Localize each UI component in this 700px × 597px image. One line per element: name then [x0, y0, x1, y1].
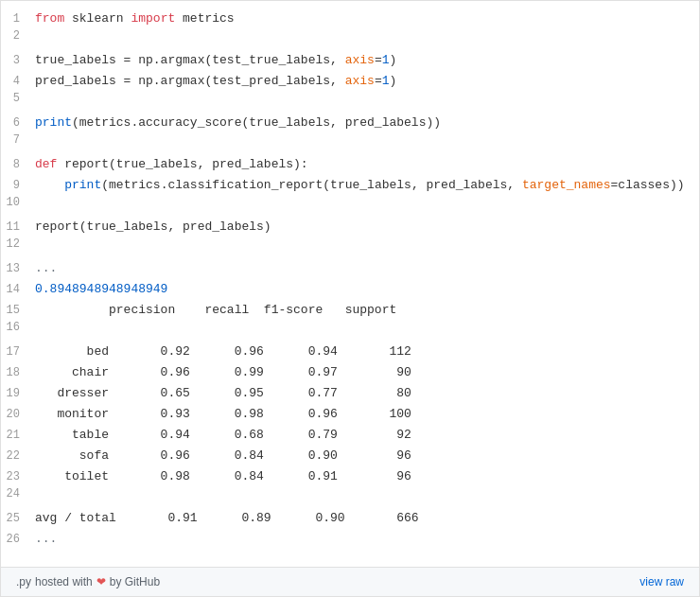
code-line: 3true_labels = np.argmax(test_true_label… [1, 50, 699, 71]
line-number: 13 [1, 262, 35, 275]
code-line: 18 chair 0.96 0.99 0.97 90 [1, 362, 699, 383]
code-line: 8def report(true_labels, pred_labels): [1, 154, 699, 175]
code-viewer: 1from sklearn import metrics23true_label… [0, 0, 700, 597]
code-line: 10 [1, 196, 699, 217]
code-line: 23 toilet 0.98 0.84 0.91 96 [1, 466, 699, 487]
code-line: 24 [1, 487, 699, 508]
code-line: 1from sklearn import metrics [1, 9, 699, 29]
heart-icon: ❤ [96, 575, 106, 588]
code-line: 26... [1, 529, 699, 550]
line-number: 26 [1, 533, 35, 546]
code-line: 4pred_labels = np.argmax(test_pred_label… [1, 71, 699, 92]
code-line: 16 [1, 321, 699, 342]
line-number: 25 [1, 512, 35, 525]
line-number: 9 [1, 179, 35, 192]
line-number: 20 [1, 408, 35, 421]
file-extension: .py [16, 575, 31, 588]
line-content: true_labels = np.argmax(test_true_labels… [35, 50, 688, 71]
line-number: 19 [1, 387, 35, 400]
view-raw-link[interactable]: view raw [639, 575, 684, 588]
line-number: 1 [1, 12, 35, 26]
line-number: 7 [1, 133, 35, 147]
line-content: print(metrics.accuracy_score(true_labels… [35, 113, 688, 133]
code-line: 19 dresser 0.65 0.95 0.77 80 [1, 383, 699, 404]
line-content: precision recall f1-score support [35, 300, 688, 321]
code-line: 9 print(metrics.classification_report(tr… [1, 175, 699, 196]
line-content: sofa 0.96 0.84 0.90 96 [35, 446, 688, 466]
line-number: 16 [1, 321, 35, 334]
line-content: ... [35, 258, 688, 279]
hosted-text: hosted with [35, 575, 93, 588]
code-line: 11report(true_labels, pred_labels) [1, 217, 699, 237]
code-line: 25avg / total 0.91 0.89 0.90 666 [1, 508, 699, 529]
line-content: monitor 0.93 0.98 0.96 100 [35, 404, 688, 425]
line-number: 3 [1, 54, 35, 67]
line-content: from sklearn import metrics [35, 9, 688, 29]
line-content: dresser 0.65 0.95 0.77 80 [35, 383, 688, 404]
line-content: print(metrics.classification_report(true… [35, 175, 688, 196]
line-number: 24 [1, 487, 35, 500]
line-number: 23 [1, 470, 35, 483]
line-number: 15 [1, 304, 35, 317]
code-line: 140.8948948948948949 [1, 279, 699, 300]
line-content: report(true_labels, pred_labels) [35, 217, 688, 237]
code-line: 6print(metrics.accuracy_score(true_label… [1, 113, 699, 133]
code-block: 1from sklearn import metrics23true_label… [1, 1, 699, 567]
line-content: table 0.94 0.68 0.79 92 [35, 425, 688, 446]
line-number: 8 [1, 158, 35, 171]
code-line: 13... [1, 258, 699, 279]
line-number: 21 [1, 429, 35, 442]
line-number: 22 [1, 449, 35, 463]
line-number: 18 [1, 366, 35, 379]
code-line: 2 [1, 29, 699, 50]
line-content: toilet 0.98 0.84 0.91 96 [35, 466, 688, 487]
line-number: 5 [1, 92, 35, 105]
code-line: 21 table 0.94 0.68 0.79 92 [1, 425, 699, 446]
line-number: 10 [1, 196, 35, 209]
line-number: 6 [1, 116, 35, 130]
by-text: by GitHub [110, 575, 160, 588]
code-line: 20 monitor 0.93 0.98 0.96 100 [1, 404, 699, 425]
code-line: 22 sofa 0.96 0.84 0.90 96 [1, 446, 699, 466]
line-content: def report(true_labels, pred_labels): [35, 154, 688, 175]
code-line: 17 bed 0.92 0.96 0.94 112 [1, 342, 699, 362]
line-number: 2 [1, 29, 35, 43]
line-content: chair 0.96 0.99 0.97 90 [35, 362, 688, 383]
line-content: bed 0.92 0.96 0.94 112 [35, 342, 688, 362]
line-content: ... [35, 529, 688, 550]
line-content: 0.8948948948948949 [35, 279, 688, 300]
code-line: 7 [1, 133, 699, 154]
line-number: 17 [1, 345, 35, 359]
footer-bar: .py hosted with ❤ by GitHub view raw [1, 567, 699, 596]
footer-left: .py hosted with ❤ by GitHub [16, 575, 160, 588]
code-line: 12 [1, 237, 699, 258]
code-line: 15 precision recall f1-score support [1, 300, 699, 321]
line-content: avg / total 0.91 0.89 0.90 666 [35, 508, 688, 529]
line-number: 14 [1, 283, 35, 296]
line-number: 11 [1, 220, 35, 234]
line-content: pred_labels = np.argmax(test_pred_labels… [35, 71, 688, 92]
code-line: 5 [1, 92, 699, 113]
line-number: 12 [1, 237, 35, 251]
line-number: 4 [1, 75, 35, 88]
